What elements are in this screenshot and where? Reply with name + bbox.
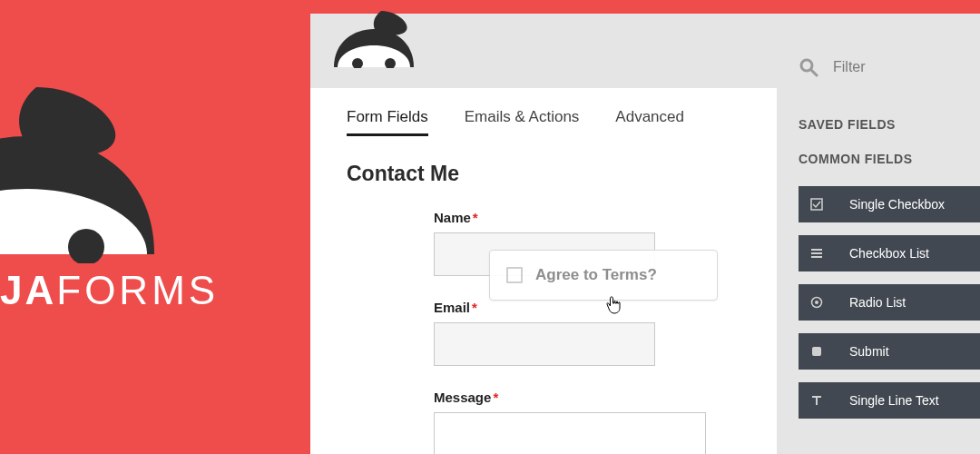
form-title[interactable]: Contact Me (347, 162, 740, 186)
checkbox-icon (809, 197, 824, 212)
label-text: Name (434, 210, 471, 225)
field-item-single-line-text[interactable]: Single Line Text (799, 382, 980, 419)
field-item-submit[interactable]: Submit (799, 333, 980, 370)
field-message[interactable]: Message* (434, 390, 740, 454)
field-email-input[interactable] (434, 322, 655, 366)
drag-ghost-label: Agree to Terms? (535, 266, 657, 284)
svg-rect-6 (811, 199, 822, 210)
form-builder: Form Fields Emails & Actions Advanced Co… (310, 14, 777, 454)
text-icon (809, 393, 824, 408)
field-item-label: Single Checkbox (849, 197, 945, 212)
search-icon (799, 57, 818, 77)
label-text: Email (434, 300, 470, 315)
tab-form-fields[interactable]: Form Fields (347, 108, 428, 136)
common-fields-heading: COMMON FIELDS (799, 152, 980, 166)
brand-light: FORMS (56, 268, 219, 312)
ninja-logo-icon (0, 82, 181, 263)
square-icon (809, 344, 824, 359)
field-item-label: Checkbox List (849, 246, 929, 261)
tab-advanced[interactable]: Advanced (615, 108, 684, 136)
field-message-label: Message* (434, 390, 740, 405)
filter-placeholder: Filter (833, 59, 866, 75)
common-fields-list: Single Checkbox Checkbox List Radio List (799, 186, 980, 419)
filter-row[interactable]: Filter (799, 57, 980, 77)
field-email[interactable]: Email* (434, 300, 740, 366)
svg-point-11 (815, 301, 818, 304)
tab-emails-actions[interactable]: Emails & Actions (465, 108, 580, 136)
field-item-checkbox-list[interactable]: Checkbox List (799, 235, 980, 271)
required-mark: * (473, 210, 478, 225)
brand-sidebar: JAFORMS (0, 0, 310, 454)
form-canvas[interactable]: Form Fields Emails & Actions Advanced Co… (310, 88, 777, 454)
field-name-label: Name* (434, 210, 740, 225)
fields-sidebar: Filter SAVED FIELDS COMMON FIELDS Single… (777, 14, 980, 454)
required-mark: * (472, 300, 477, 315)
svg-line-5 (811, 70, 817, 75)
field-item-single-checkbox[interactable]: Single Checkbox (799, 186, 980, 222)
label-text: Message (434, 390, 491, 405)
list-icon (809, 246, 824, 261)
brand-strong: JA (0, 268, 56, 312)
drag-ghost-agree-to-terms[interactable]: Agree to Terms? (489, 250, 718, 301)
radio-icon (809, 295, 824, 310)
cursor-hand-icon (605, 295, 622, 315)
svg-rect-12 (812, 347, 821, 356)
field-item-label: Submit (849, 344, 889, 359)
saved-fields-heading: SAVED FIELDS (799, 117, 980, 132)
field-message-textarea[interactable] (434, 412, 706, 454)
field-item-radio-list[interactable]: Radio List (799, 284, 980, 321)
field-item-label: Radio List (849, 295, 906, 310)
field-email-label: Email* (434, 300, 740, 315)
field-item-label: Single Line Text (849, 393, 939, 408)
checkbox-icon (506, 267, 523, 283)
ninja-mini-logo-icon (328, 9, 419, 68)
required-mark: * (493, 390, 498, 405)
brand-wordmark: JAFORMS (0, 268, 219, 313)
builder-tabs: Form Fields Emails & Actions Advanced (347, 108, 740, 136)
